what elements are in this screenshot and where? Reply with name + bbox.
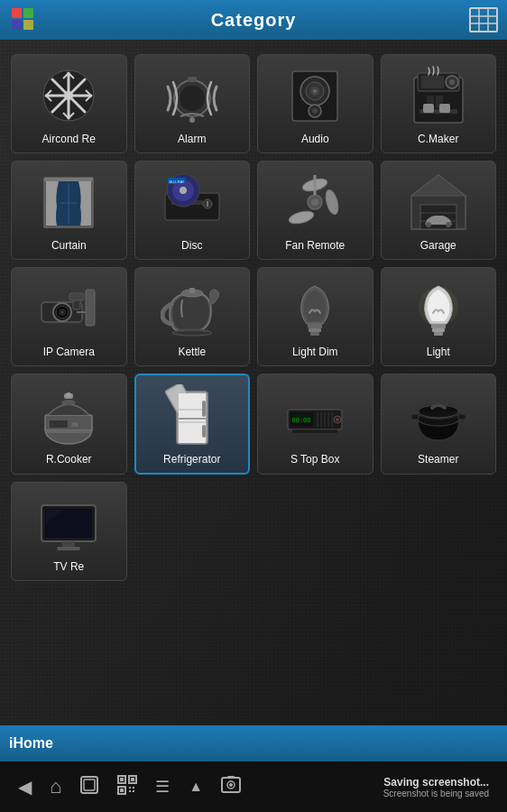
nav-buttons: ◀ ⌂ ☰ ▲: [18, 775, 241, 799]
svg-point-118: [336, 419, 339, 421]
nav-back-button[interactable]: ◀: [18, 776, 32, 798]
svg-point-14: [64, 91, 73, 100]
nav-screenshot-button[interactable]: [221, 775, 241, 799]
nav-up-button[interactable]: ▲: [189, 779, 203, 795]
lightdim-icon: [283, 277, 346, 340]
grid-item-ipcamera[interactable]: IP Camera: [11, 267, 127, 366]
grid-item-lightdim[interactable]: Light Dim: [257, 267, 373, 366]
saving-text: Saving screenshot...: [383, 776, 489, 789]
svg-point-33: [312, 108, 318, 114]
nav-status-text: Saving screenshot... Screenshot is being…: [383, 776, 489, 798]
saving-sub-text: Screenshot is being saved: [383, 789, 489, 798]
svg-rect-86: [310, 332, 319, 336]
svg-text:BLU-RAY: BLU-RAY: [169, 180, 184, 184]
cmaker-label: C.Maker: [418, 133, 458, 145]
svg-rect-123: [458, 414, 466, 420]
svg-rect-43: [439, 104, 450, 113]
curtain-label: Curtain: [51, 239, 87, 252]
svg-rect-139: [133, 787, 134, 789]
svg-rect-36: [421, 76, 444, 88]
aircond-label: Aircond Re: [42, 133, 96, 145]
ipcamera-icon: [37, 277, 100, 340]
svg-point-60: [288, 209, 315, 226]
svg-rect-119: [292, 429, 337, 433]
garage-icon: [407, 171, 470, 234]
stopbox-icon: 00:00: [283, 384, 346, 448]
nav-recent-button[interactable]: [79, 775, 99, 799]
grid-item-light[interactable]: Light: [381, 267, 497, 366]
grid-item-cmaker[interactable]: C.Maker: [381, 54, 497, 153]
svg-point-62: [311, 198, 318, 206]
nav-home-button[interactable]: ⌂: [50, 775, 61, 798]
steamer-label: Steamer: [418, 453, 458, 466]
svg-rect-104: [202, 401, 206, 417]
svg-rect-1: [23, 8, 33, 18]
lightdim-label: Light Dim: [292, 346, 338, 358]
grid-item-tvre[interactable]: TV Re: [11, 482, 127, 581]
light-label: Light: [427, 346, 450, 358]
grid-item-disc[interactable]: BLU-RAY Disc: [134, 161, 251, 260]
nav-qr-button[interactable]: [117, 775, 137, 799]
disc-label: Disc: [181, 239, 202, 252]
grid-item-audio[interactable]: Audio: [257, 54, 373, 153]
svg-rect-97: [71, 422, 78, 427]
svg-point-94: [66, 392, 71, 398]
svg-rect-85: [309, 328, 321, 332]
svg-rect-138: [129, 787, 131, 789]
grid-item-steamer[interactable]: Steamer: [381, 374, 497, 475]
light-icon: [407, 277, 470, 340]
grid-item-aircond[interactable]: Aircond Re: [11, 54, 127, 153]
svg-rect-141: [133, 790, 134, 792]
grid-item-kettle[interactable]: Kettle: [134, 267, 251, 366]
nav-bar: ◀ ⌂ ☰ ▲: [0, 761, 507, 812]
svg-rect-105: [202, 425, 206, 438]
audio-label: Audio: [301, 133, 329, 145]
grid-item-refrigerator[interactable]: Refrigerator: [134, 374, 251, 475]
svg-rect-131: [84, 780, 95, 790]
nav-menu-button[interactable]: ☰: [155, 777, 171, 797]
kettle-label: Kettle: [178, 346, 206, 358]
svg-point-38: [449, 79, 455, 85]
svg-rect-78: [86, 290, 95, 326]
rcooker-icon: [37, 384, 100, 448]
svg-rect-81: [189, 288, 195, 293]
grid-item-fan[interactable]: Fan Remote: [257, 161, 373, 260]
refrigerator-icon: [161, 384, 224, 448]
tvre-label: TV Re: [53, 560, 84, 573]
svg-point-26: [189, 117, 195, 123]
top-left-icon[interactable]: [9, 5, 38, 34]
svg-point-95: [61, 400, 76, 405]
stopbox-label: S Top Box: [290, 453, 339, 466]
svg-marker-65: [411, 175, 466, 196]
svg-rect-122: [411, 414, 419, 420]
top-right-icon[interactable]: [469, 5, 498, 34]
curtain-icon: [37, 171, 100, 234]
refrigerator-label: Refrigerator: [163, 453, 220, 466]
svg-rect-89: [432, 328, 445, 332]
aircond-icon: [37, 64, 100, 127]
main-content: Aircond Re Alarm: [0, 40, 507, 725]
svg-rect-96: [50, 420, 68, 428]
grid-item-alarm[interactable]: Alarm: [134, 54, 251, 153]
svg-rect-25: [188, 77, 197, 82]
svg-rect-145: [227, 776, 235, 779]
svg-point-144: [229, 783, 233, 787]
grid-item-garage[interactable]: Garage: [381, 161, 497, 260]
tvre-icon: [37, 492, 100, 555]
svg-rect-0: [12, 8, 22, 18]
svg-rect-88: [431, 324, 446, 328]
svg-point-70: [446, 222, 451, 227]
page-title: Category: [211, 10, 297, 31]
kettle-icon: [161, 277, 224, 340]
grid-item-curtain[interactable]: Curtain: [11, 161, 127, 260]
grid-item-stopbox[interactable]: 00:00 S Top Box: [257, 374, 373, 475]
garage-label: Garage: [420, 239, 456, 252]
svg-rect-127: [62, 541, 75, 547]
alarm-label: Alarm: [178, 133, 206, 145]
disc-icon: BLU-RAY: [161, 171, 224, 234]
svg-point-69: [426, 222, 431, 227]
grid-item-rcooker[interactable]: R.Cooker: [11, 374, 127, 475]
svg-rect-90: [434, 332, 443, 336]
rcooker-label: R.Cooker: [46, 453, 92, 466]
alarm-icon: [161, 64, 224, 127]
